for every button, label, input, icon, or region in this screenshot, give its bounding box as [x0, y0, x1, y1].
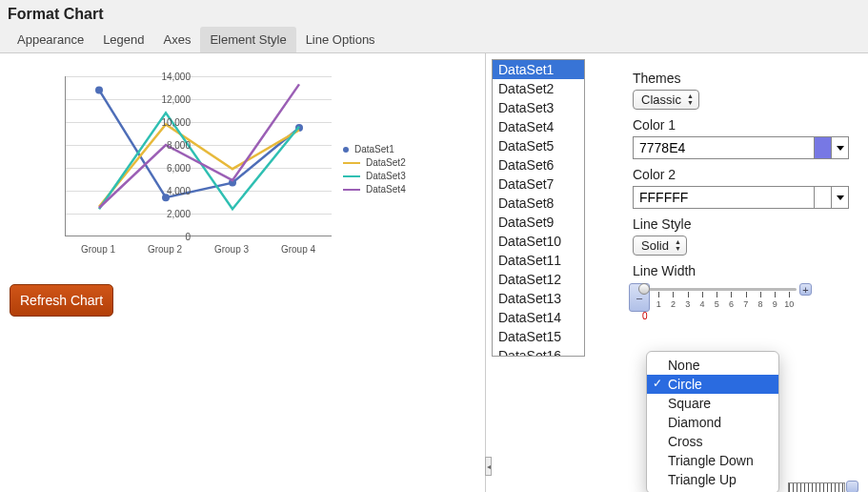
secondary-slider-increment-icon[interactable] [846, 481, 858, 492]
line-width-slider[interactable]: – + 0 12345678910 [633, 282, 808, 320]
dataset-item[interactable]: DataSet5 [493, 136, 584, 155]
line-style-select[interactable]: Solid ▲▼ [633, 236, 687, 256]
dataset-item[interactable]: DataSet7 [493, 174, 584, 194]
refresh-chart-button[interactable]: Refresh Chart [10, 284, 113, 317]
line-style-label: Line Style [633, 216, 849, 232]
themes-label: Themes [633, 71, 849, 86]
slider-thumb[interactable] [638, 283, 650, 295]
legend-item: DataSet3 [343, 171, 406, 181]
tab-element-style[interactable]: Element Style [200, 27, 295, 52]
marker-option[interactable]: Cross [647, 432, 778, 451]
dataset-item[interactable]: DataSet14 [493, 308, 584, 327]
themes-select[interactable]: Classic ▲▼ [633, 90, 699, 110]
marker-option[interactable]: Triangle Down [647, 451, 778, 470]
legend-item: DataSet1 [343, 144, 406, 154]
tab-appearance[interactable]: Appearance [8, 27, 93, 52]
legend-item: DataSet2 [343, 157, 406, 168]
dataset-item[interactable]: DataSet3 [493, 98, 584, 117]
dataset-list[interactable]: DataSet1DataSet2DataSet3DataSet4DataSet5… [492, 59, 585, 357]
tab-legend[interactable]: Legend [93, 27, 153, 52]
color1-swatch [815, 136, 832, 159]
svg-point-0 [95, 86, 103, 93]
dataset-item[interactable]: DataSet8 [493, 194, 584, 213]
dataset-item[interactable]: DataSet2 [493, 79, 584, 98]
dataset-item[interactable]: DataSet4 [493, 117, 584, 136]
dataset-item[interactable]: DataSet10 [493, 232, 584, 251]
chart-preview: 02,0004,0006,0008,00010,00012,00014,000G… [10, 67, 463, 267]
splitter-handle[interactable]: ◂ [485, 457, 492, 476]
dataset-item[interactable]: DataSet1 [493, 60, 584, 79]
color1-label: Color 1 [633, 117, 849, 133]
tab-bar: AppearanceLegendAxesElement StyleLine Op… [8, 27, 860, 52]
legend-item: DataSet4 [343, 184, 406, 195]
marker-option[interactable]: Triangle Up [647, 470, 778, 489]
themes-value: Classic [641, 92, 681, 107]
line-style-value: Solid [641, 238, 669, 253]
slider-increment-icon[interactable]: + [799, 283, 812, 296]
color1-dropdown[interactable] [832, 136, 849, 159]
color2-input[interactable] [633, 186, 815, 209]
dataset-item[interactable]: DataSet9 [493, 213, 584, 232]
dataset-item[interactable]: DataSet15 [493, 327, 584, 346]
dataset-item[interactable]: DataSet6 [493, 155, 584, 174]
color2-dropdown[interactable] [832, 186, 849, 209]
color2-swatch [815, 186, 832, 209]
tab-axes[interactable]: Axes [154, 27, 201, 52]
page-title: Format Chart [8, 6, 860, 23]
marker-option[interactable]: Circle [647, 375, 778, 394]
dataset-item[interactable]: DataSet13 [493, 289, 584, 308]
dataset-item[interactable]: DataSet16 [493, 346, 584, 357]
marker-option[interactable]: Diamond [647, 413, 778, 432]
marker-style-popup[interactable]: NoneCircleSquareDiamondCrossTriangle Dow… [646, 351, 779, 492]
dataset-item[interactable]: DataSet12 [493, 270, 584, 289]
marker-option[interactable]: None [647, 356, 778, 375]
secondary-slider[interactable] [788, 482, 845, 492]
color1-input[interactable] [633, 136, 815, 159]
marker-option[interactable]: Square [647, 394, 778, 413]
dataset-item[interactable]: DataSet11 [493, 251, 584, 270]
color2-label: Color 2 [633, 167, 849, 182]
slider-current-value: 0 [642, 311, 648, 321]
line-width-label: Line Width [633, 263, 849, 278]
tab-line-options[interactable]: Line Options [296, 27, 385, 52]
